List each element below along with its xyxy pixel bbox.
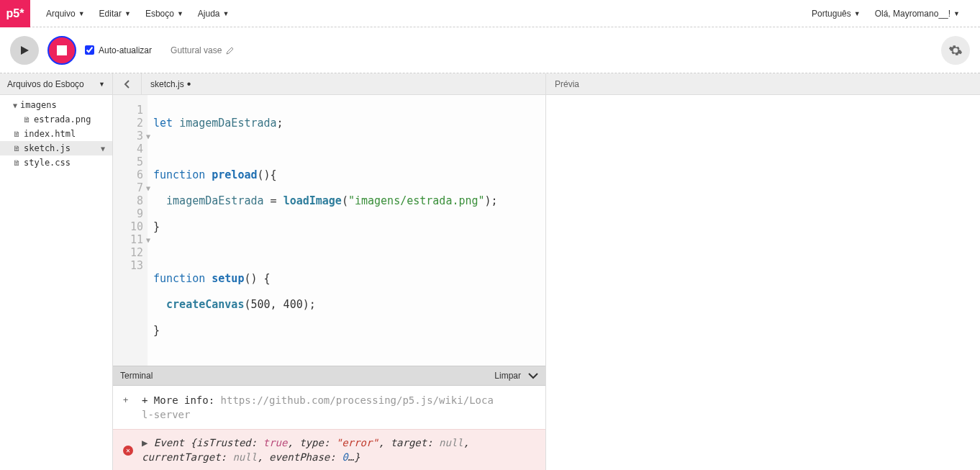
stop-icon [57, 45, 67, 55]
file-icon: 🗎 [13, 130, 21, 139]
nav-right: Português▼ Olá, Mayromano__!▼ [806, 6, 966, 22]
file-icon: 🗎 [13, 144, 21, 153]
nav-item-ajuda[interactable]: Ajuda▼ [192, 6, 235, 22]
chevron-down-icon[interactable] [528, 372, 538, 379]
auto-refresh-toggle[interactable]: Auto-atualizar [85, 45, 152, 55]
terminal-body: + + More info: https://github.com/proces… [113, 386, 545, 470]
nav-item-esboco[interactable]: Esboço▼ [140, 6, 189, 22]
fold-icon[interactable]: ▼ [146, 182, 150, 195]
project-name-field[interactable]: Guttural vase [171, 45, 235, 55]
caret-down-icon: ▼ [854, 10, 861, 17]
file-tree-item[interactable]: 🗎 style.css [0, 155, 112, 170]
nav-item-account[interactable]: Olá, Mayromano__!▼ [869, 6, 966, 22]
fold-icon[interactable]: ▼ [146, 130, 150, 143]
caret-down-icon: ▼ [124, 10, 131, 17]
terminal-header: Terminal Limpar [113, 366, 545, 386]
caret-down-icon: ▼ [953, 10, 960, 17]
terminal-clear-button[interactable]: Limpar [494, 371, 521, 381]
terminal-title: Terminal [120, 371, 153, 381]
logo[interactable]: p5* [0, 0, 30, 27]
caret-down-icon: ▼ [223, 10, 230, 17]
nav-item-arquivo[interactable]: Arquivo▼ [40, 6, 91, 22]
pencil-icon [226, 46, 235, 55]
top-nav: p5* Arquivo▼ Editar▼ Esboço▼ Ajuda▼ Port… [0, 0, 980, 27]
tab-bar: sketch.js• [113, 73, 545, 95]
file-tree-item[interactable]: ▼ imagens [0, 98, 112, 112]
play-icon [19, 45, 30, 56]
file-tree-item[interactable]: 🗎 index.html [0, 127, 112, 141]
file-tree-item[interactable]: 🗎 estrada.png [0, 112, 112, 127]
file-tree-item[interactable]: 🗎 sketch.js▼ [0, 141, 112, 155]
main-area: Arquivos do Esboço ▼ ▼ imagens🗎 estrada.… [0, 73, 980, 470]
play-button[interactable] [10, 36, 39, 65]
code-area[interactable]: let imagemDaEstrada; function preload(){… [148, 95, 545, 366]
caret-down-icon: ▼ [177, 10, 183, 17]
expand-arrow-icon[interactable]: ▶ [142, 437, 154, 448]
caret-down-icon: ▼ [99, 81, 105, 88]
preview-panel: Prévia [546, 73, 980, 470]
file-icon: 🗎 [13, 158, 21, 168]
sidebar-header[interactable]: Arquivos do Esboço ▼ [0, 73, 112, 95]
fold-icon[interactable]: ▼ [146, 234, 150, 247]
expand-icon[interactable]: + [123, 393, 128, 407]
chevron-left-icon [124, 80, 131, 89]
gear-icon [948, 43, 963, 58]
error-icon: ✕ [123, 446, 133, 456]
active-tab[interactable]: sketch.js• [142, 79, 199, 89]
modified-dot-icon: • [187, 81, 191, 87]
file-icon: 🗎 [23, 115, 31, 125]
auto-refresh-label: Auto-atualizar [99, 45, 152, 55]
svg-rect-0 [57, 45, 67, 55]
file-tree: ▼ imagens🗎 estrada.png🗎 index.html🗎 sket… [0, 95, 112, 173]
terminal-info-line: + + More info: https://github.com/proces… [113, 386, 545, 429]
nav-left: Arquivo▼ Editar▼ Esboço▼ Ajuda▼ [40, 6, 235, 22]
preview-header: Prévia [546, 73, 980, 95]
folder-expand-icon: ▼ [13, 101, 17, 109]
sidebar: Arquivos do Esboço ▼ ▼ imagens🗎 estrada.… [0, 73, 113, 470]
nav-item-editar[interactable]: Editar▼ [94, 6, 137, 22]
toolbar: Auto-atualizar Guttural vase [0, 27, 980, 73]
auto-refresh-checkbox[interactable] [85, 45, 94, 55]
caret-down-icon: ▼ [78, 10, 85, 17]
caret-down-icon: ▼ [101, 145, 105, 153]
collapse-sidebar-button[interactable] [113, 73, 142, 95]
editor-column: sketch.js• 123▼4567▼891011▼1213 let imag… [113, 73, 546, 470]
nav-item-language[interactable]: Português▼ [806, 6, 866, 22]
terminal-error-line: ✕ ▶ Event {isTrusted: true, type: "error… [113, 429, 545, 470]
code-editor[interactable]: 123▼4567▼891011▼1213 let imagemDaEstrada… [113, 95, 545, 366]
line-gutter: 123▼4567▼891011▼1213 [113, 95, 148, 366]
stop-button[interactable] [47, 36, 76, 65]
settings-button[interactable] [941, 36, 970, 65]
